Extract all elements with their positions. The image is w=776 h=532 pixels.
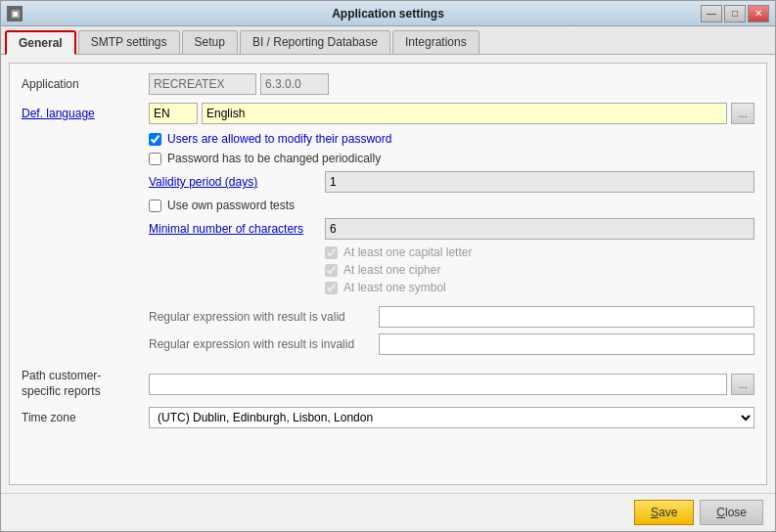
footer: Save Close [1, 493, 775, 531]
form-box: Application Def. language ... Users are … [9, 63, 767, 485]
titlebar-left: ▣ [7, 6, 23, 22]
lang-name-input[interactable] [202, 103, 727, 124]
titlebar: ▣ Application settings — □ ✕ [1, 1, 775, 26]
save-underline: S [651, 506, 659, 519]
path-label: Path customer-specific reports [22, 369, 149, 399]
path-input[interactable] [149, 374, 727, 395]
timezone-row: Time zone (UTC) Dublin, Edinburgh, Lisbo… [22, 407, 754, 428]
path-browse-button[interactable]: ... [731, 374, 754, 395]
own-password-tests-checkbox[interactable] [149, 200, 161, 212]
tab-general[interactable]: General [5, 30, 76, 55]
validity-period-row: Validity period (days) [149, 171, 754, 193]
cipher-row: At least one cipher [325, 263, 754, 277]
own-password-tests-label: Use own password tests [167, 199, 295, 212]
min-chars-row: Minimal number of characters [149, 218, 754, 240]
own-password-tests-row: Use own password tests [149, 199, 754, 212]
min-chars-label[interactable]: Minimal number of characters [149, 222, 325, 236]
maximize-button[interactable]: □ [724, 5, 746, 22]
validity-period-input[interactable] [325, 171, 754, 193]
allow-modify-password-checkbox[interactable] [149, 133, 161, 146]
periodic-password-label: Password has to be changed periodically [167, 152, 381, 165]
tab-setup[interactable]: Setup [182, 30, 238, 54]
save-button[interactable]: Save [634, 500, 694, 525]
app-icon: ▣ [7, 6, 23, 22]
allow-modify-password-row: Users are allowed to modify their passwo… [149, 132, 754, 146]
periodic-password-row: Password has to be changed periodically [149, 152, 754, 165]
def-language-row: Def. language ... [22, 103, 754, 124]
regex-invalid-label: Regular expression with result is invali… [149, 337, 379, 351]
capital-letter-row: At least one capital letter [325, 245, 754, 259]
tab-bi-reporting[interactable]: BI / Reporting Database [240, 30, 390, 54]
def-language-label[interactable]: Def. language [22, 107, 149, 120]
path-row: Path customer-specific reports ... [22, 369, 754, 399]
titlebar-buttons: — □ ✕ [701, 5, 769, 22]
cipher-checkbox[interactable] [325, 264, 338, 277]
timezone-label: Time zone [22, 411, 149, 424]
application-label: Application [22, 77, 149, 91]
regex-valid-input[interactable] [379, 306, 754, 328]
regex-valid-row: Regular expression with result is valid [149, 306, 754, 328]
application-version-input[interactable] [260, 73, 329, 95]
symbol-checkbox[interactable] [325, 282, 338, 294]
lang-browse-button[interactable]: ... [731, 103, 754, 124]
symbol-row: At least one symbol [325, 281, 754, 294]
lang-code-input[interactable] [149, 103, 198, 124]
close-window-button[interactable]: ✕ [748, 5, 769, 22]
tab-smtp[interactable]: SMTP settings [78, 30, 180, 54]
close-underline: C [716, 506, 725, 519]
application-name-input[interactable] [149, 73, 256, 95]
min-chars-input[interactable] [325, 218, 754, 240]
regex-invalid-row: Regular expression with result is invali… [149, 333, 754, 355]
periodic-password-checkbox[interactable] [149, 153, 161, 165]
content-area: Application Def. language ... Users are … [1, 55, 775, 493]
window-title: Application settings [0, 7, 776, 21]
validity-period-label[interactable]: Validity period (days) [149, 175, 325, 189]
tab-integrations[interactable]: Integrations [392, 30, 479, 54]
capital-letter-label: At least one capital letter [343, 245, 472, 259]
allow-modify-password-label: Users are allowed to modify their passwo… [167, 132, 391, 146]
application-window: ▣ Application settings — □ ✕ General SMT… [0, 0, 776, 532]
tab-bar: General SMTP settings Setup BI / Reporti… [1, 26, 775, 55]
cipher-label: At least one cipher [343, 263, 440, 277]
regex-invalid-input[interactable] [379, 333, 754, 355]
close-button[interactable]: Close [700, 500, 763, 525]
regex-valid-label: Regular expression with result is valid [149, 310, 379, 324]
symbol-label: At least one symbol [343, 281, 446, 294]
capital-letter-checkbox[interactable] [325, 246, 338, 259]
minimize-button[interactable]: — [701, 5, 722, 22]
timezone-select[interactable]: (UTC) Dublin, Edinburgh, Lisbon, London … [149, 407, 754, 428]
application-row: Application [22, 73, 754, 95]
